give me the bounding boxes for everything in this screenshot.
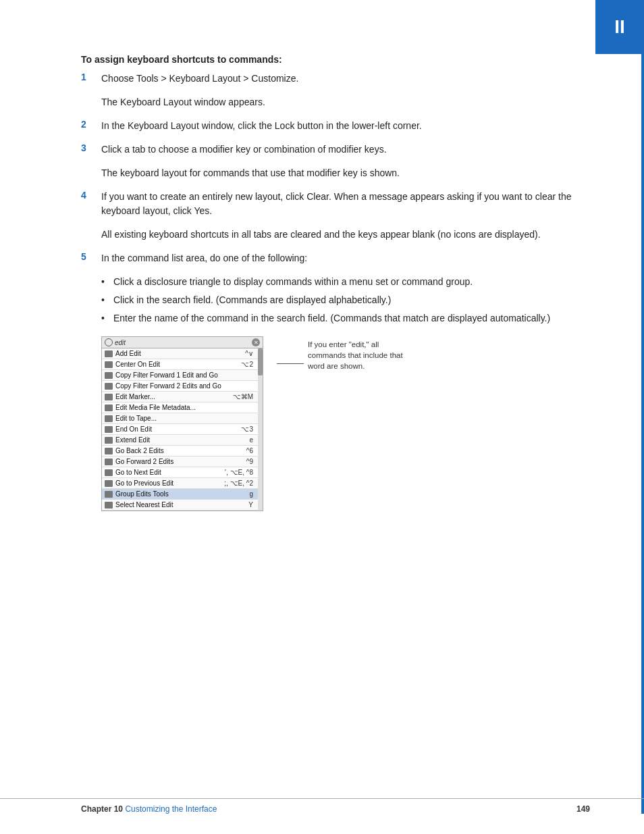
row-icon (105, 383, 113, 390)
row-shortcut: ^6 (246, 447, 253, 454)
step-number-2: 2 (81, 119, 101, 130)
row-shortcut: ^9 (246, 458, 253, 465)
scrollbar-thumb[interactable] (258, 348, 263, 375)
footer-left: Chapter 10 Customizing the Interface (81, 804, 217, 814)
table-row: Edit Media File Metadata... (102, 402, 263, 413)
table-row: Go Back 2 Edits^6 (102, 446, 263, 457)
search-bar: edit ✕ (102, 337, 263, 348)
row-icon (105, 394, 113, 400)
row-icon (105, 350, 113, 357)
table-row: Group Edits Toolsg (102, 489, 263, 500)
row-icon (105, 459, 113, 465)
row-shortcut: e (249, 436, 253, 444)
table-row: Select Nearest EditY (102, 500, 263, 511)
bullet-item-2: • Click in the search field. (Commands a… (101, 293, 590, 307)
row-label: Edit to Tape... (115, 415, 253, 422)
table-row: Edit Marker...⌥⌘M (102, 392, 263, 402)
row-shortcut: g (249, 490, 253, 498)
step-item-1: 1 Choose Tools > Keyboard Layout > Custo… (81, 72, 590, 86)
row-icon (105, 426, 113, 433)
table-row: Copy Filter Forward 2 Edits and Go (102, 381, 263, 392)
step-note-3: The keyboard layout for commands that us… (101, 166, 590, 180)
search-icon (105, 338, 113, 346)
table-row: Center On Edit⌥2 (102, 359, 263, 370)
row-shortcut: ^∨ (245, 350, 253, 357)
table-row: End On Edit⌥3 (102, 424, 263, 435)
row-shortcut: ⌥⌘M (233, 393, 253, 400)
row-label: Copy Filter Forward 1 Edit and Go (115, 371, 253, 379)
bullet-text-1: Click a disclosure triangle to display c… (113, 275, 473, 289)
row-shortcut: ', ⌥E, ^8 (225, 469, 253, 476)
row-label: Select Nearest Edit (115, 501, 246, 509)
callout-connector (277, 336, 304, 364)
step-content-2: In the Keyboard Layout window, click the… (101, 119, 590, 133)
row-label: Go to Previous Edit (115, 479, 221, 487)
row-icon (105, 372, 113, 379)
callout-line-h (277, 363, 304, 364)
bullet-item-1: • Click a disclosure triangle to display… (101, 275, 590, 289)
right-border-line (641, 54, 644, 814)
table-row: Copy Filter Forward 1 Edit and Go (102, 370, 263, 381)
bullet-dot-2: • (101, 293, 113, 307)
step-number-4: 4 (81, 190, 101, 201)
bullet-list: • Click a disclosure triangle to display… (101, 275, 590, 325)
table-row: Go to Previous Edit;, ⌥E, ^2 (102, 478, 263, 489)
bullet-dot-3: • (101, 311, 113, 325)
row-shortcut: Y (248, 501, 253, 509)
row-label: Add Edit (115, 350, 242, 357)
row-label: Group Edits Tools (115, 490, 246, 498)
step-item-2: 2 In the Keyboard Layout window, click t… (81, 119, 590, 133)
row-label: Edit Marker... (115, 393, 230, 400)
step-note-1: The Keyboard Layout window appears. (101, 95, 590, 109)
search-clear-button[interactable]: ✕ (252, 338, 260, 346)
bullet-text-3: Enter the name of the command in the sea… (113, 311, 550, 325)
step-item-5: 5 In the command list area, do one of th… (81, 251, 590, 265)
row-icon (105, 502, 113, 509)
step-item-3: 3 Click a tab to choose a modifier key o… (81, 142, 590, 157)
callout-group: If you enter "edit," all commands that i… (277, 336, 416, 371)
step-content-5: In the command list area, do one of the … (101, 251, 590, 265)
step-number-3: 3 (81, 142, 101, 153)
chapter-title: Customizing the Interface (125, 804, 217, 814)
row-icon (105, 491, 113, 498)
row-icon (105, 448, 113, 454)
bullet-text-2: Click in the search field. (Commands are… (113, 293, 391, 307)
step-note-4: All existing keyboard shortcuts in all t… (101, 228, 590, 242)
row-label: Go Forward 2 Edits (115, 458, 244, 465)
row-icon (105, 469, 113, 476)
row-shortcut: ;, ⌥E, ^2 (224, 479, 253, 487)
step-number-5: 5 (81, 251, 101, 262)
table-row: Go to Next Edit', ⌥E, ^8 (102, 467, 263, 478)
screenshot-callout-text: If you enter "edit," all commands that i… (308, 336, 416, 371)
step-content-1: Choose Tools > Keyboard Layout > Customi… (101, 72, 590, 86)
row-label: Extend Edit (115, 436, 246, 444)
row-label: End On Edit (115, 425, 238, 433)
row-label: Center On Edit (115, 361, 238, 368)
row-icon (105, 437, 113, 444)
row-icon (105, 480, 113, 487)
bullet-item-3: • Enter the name of the command in the s… (101, 311, 590, 325)
table-row: Go Forward 2 Edits^9 (102, 457, 263, 467)
screenshot-rows: Add Edit^∨Center On Edit⌥2Copy Filter Fo… (102, 348, 263, 511)
page-number: 149 (576, 804, 590, 814)
row-label: Edit Media File Metadata... (115, 404, 253, 411)
row-shortcut: ⌥3 (241, 425, 253, 433)
screenshot-section: edit ✕ Add Edit^∨Center On Edit⌥2Copy Fi… (101, 336, 590, 511)
step-list: 1 Choose Tools > Keyboard Layout > Custo… (81, 72, 590, 265)
screenshot-image: edit ✕ Add Edit^∨Center On Edit⌥2Copy Fi… (101, 336, 263, 511)
search-field-value: edit (115, 339, 252, 346)
scrollbar-track (258, 348, 263, 511)
chapter-tab: II (595, 0, 644, 54)
footer: Chapter 10 Customizing the Interface 149 (0, 798, 644, 814)
step-content-3: Click a tab to choose a modifier key or … (101, 142, 590, 157)
bullet-dot-1: • (101, 275, 113, 289)
chapter-label: Chapter 10 (81, 804, 123, 814)
step-content-4: If you want to create an entirely new la… (101, 190, 590, 218)
table-row: Add Edit^∨ (102, 348, 263, 359)
section-heading: To assign keyboard shortcuts to commands… (81, 54, 590, 65)
row-icon (105, 361, 113, 368)
table-row: Extend Edite (102, 435, 263, 446)
row-icon (105, 405, 113, 411)
row-label: Go Back 2 Edits (115, 447, 244, 454)
row-label: Go to Next Edit (115, 469, 222, 476)
